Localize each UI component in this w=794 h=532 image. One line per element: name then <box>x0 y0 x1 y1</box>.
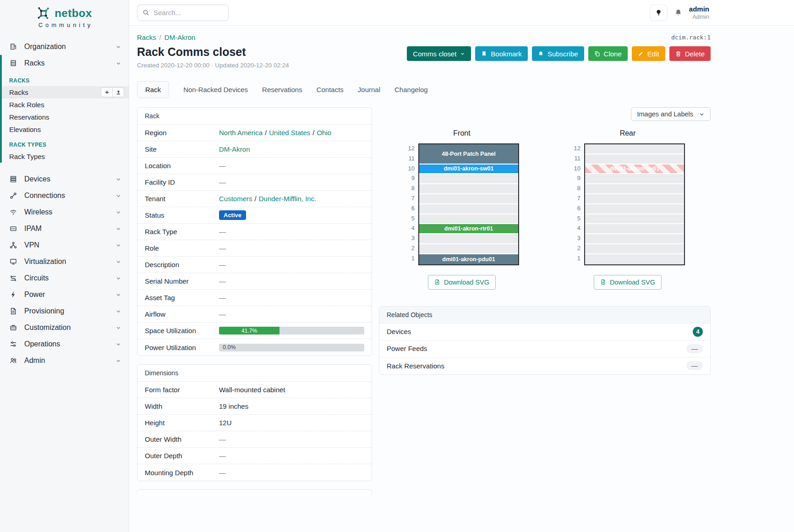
tab-non-racked-devices[interactable]: Non-Racked Devices <box>183 86 248 93</box>
sidebar-subitem-elevations[interactable]: Elevations <box>2 123 129 136</box>
theme-toggle-button[interactable] <box>650 5 668 21</box>
empty-slot-u1[interactable] <box>585 254 684 264</box>
add-button[interactable] <box>101 88 113 97</box>
related-row-rack-reservations[interactable]: Rack Reservations — <box>379 357 710 374</box>
empty-slot-u5[interactable] <box>419 214 518 225</box>
user-menu[interactable]: admin Admin <box>689 5 709 21</box>
breadcrumb-racks[interactable]: Racks <box>137 33 156 41</box>
sidebar-item-admin[interactable]: Admin <box>0 352 129 369</box>
region-link-united-states[interactable]: United States <box>269 129 310 137</box>
empty-slot-u6[interactable] <box>585 204 684 214</box>
row-value: — <box>219 178 364 186</box>
tenant-link[interactable]: Dunder-Mifflin, Inc. <box>259 195 317 203</box>
empty-slot-u11[interactable] <box>585 154 684 165</box>
row-value: — <box>219 162 364 170</box>
notifications-button[interactable] <box>674 9 682 16</box>
related-row-devices[interactable]: Devices 4 <box>379 324 710 340</box>
sidebar-item-customization[interactable]: Customization <box>0 319 129 336</box>
sidebar-item-racks[interactable]: Racks <box>2 55 129 71</box>
sidebar-subitem-rack-roles[interactable]: Rack Roles <box>2 99 129 111</box>
empty-slot-u9[interactable] <box>585 174 684 184</box>
view-selector-button[interactable]: Comms closet <box>407 46 471 61</box>
delete-label: Delete <box>685 50 705 58</box>
row-value: — <box>219 294 364 302</box>
sidebar-item-devices[interactable]: Devices <box>0 171 129 187</box>
tenant-group-link[interactable]: Customers <box>219 195 252 203</box>
row-location: Location — <box>137 158 372 174</box>
device-patch-panel[interactable]: 48-Port Patch Panel <box>419 144 518 165</box>
empty-slot-u7[interactable] <box>585 194 684 204</box>
rear-download-svg-button[interactable]: Download SVG <box>594 275 662 290</box>
sidebar-item-label: VPN <box>24 241 39 249</box>
sidebar-subitem-reservations[interactable]: Reservations <box>2 111 129 123</box>
empty-slot-u12[interactable] <box>585 144 684 154</box>
sidebar-item-connections[interactable]: Connections <box>0 187 129 204</box>
sidebar-item-vpn[interactable]: VPN <box>0 237 129 253</box>
circuits-icon <box>10 274 17 282</box>
lightbulb-icon <box>655 9 662 16</box>
empty-slot-u4[interactable] <box>585 224 684 234</box>
front-title: Front <box>453 129 470 137</box>
front-download-svg-button[interactable]: Download SVG <box>428 275 496 290</box>
row-rack-type: Rack Type — <box>137 224 372 240</box>
device-sw01-rear[interactable]: dmi01-akron-sw01 <box>585 165 684 175</box>
import-button[interactable] <box>112 88 124 97</box>
row-value: — <box>219 244 364 252</box>
rack-panel-title: Rack <box>137 108 372 125</box>
tab-journal[interactable]: Journal <box>358 86 380 93</box>
search-box <box>137 5 229 21</box>
sidebar-item-power[interactable]: Power <box>0 286 129 303</box>
empty-slot-u3[interactable] <box>585 234 684 244</box>
device-sw01[interactable]: dmi01-akron-sw01 <box>419 165 518 175</box>
action-buttons: Comms closet Bookmark Subscribe Clone <box>407 46 711 61</box>
netbox-logo[interactable]: netbox Community <box>0 0 129 32</box>
breadcrumb-dm-akron[interactable]: DM-Akron <box>164 33 196 41</box>
sidebar-subitem-rack-types[interactable]: Rack Types <box>2 150 129 163</box>
empty-slot-u2[interactable] <box>419 244 518 254</box>
elevation-view-select[interactable]: Images and Labels <box>631 107 711 121</box>
row-value: Wall-mounted cabinet <box>219 386 364 394</box>
edit-button[interactable]: Edit <box>632 46 665 61</box>
empty-slot-u8[interactable] <box>585 184 684 194</box>
search-input[interactable] <box>153 9 223 16</box>
sidebar-item-ipam[interactable]: IPAM <box>0 220 129 237</box>
row-value: 41.7% <box>219 327 364 335</box>
tab-changelog[interactable]: Changelog <box>394 86 428 93</box>
row-status: Status Active <box>137 207 372 224</box>
empty-slot-u9[interactable] <box>419 174 518 184</box>
delete-button[interactable]: Delete <box>669 46 711 61</box>
site-link[interactable]: DM-Akron <box>219 145 250 153</box>
device-rtr01[interactable]: dmi01-akron-rtr01 <box>419 224 518 234</box>
tab-rack[interactable]: Rack <box>137 81 169 98</box>
tab-reservations[interactable]: Reservations <box>262 86 302 93</box>
sidebar-item-circuits[interactable]: Circuits <box>0 270 129 286</box>
empty-slot-u5[interactable] <box>585 214 684 225</box>
related-row-power-feeds[interactable]: Power Feeds — <box>379 340 710 357</box>
row-label: Serial Number <box>145 277 219 285</box>
empty-slot-u8[interactable] <box>419 184 518 194</box>
sidebar-item-organization[interactable]: Organization <box>0 38 129 55</box>
sidebar-subitem-racks[interactable]: Racks <box>2 86 129 99</box>
related-objects-title: Related Objects <box>379 307 710 324</box>
region-link-north-america[interactable]: North America <box>219 129 263 137</box>
device-pdu01[interactable]: dmi01-akron-pdu01 <box>419 254 518 264</box>
empty-slot-u2[interactable] <box>585 244 684 254</box>
empty-slot-u7[interactable] <box>419 194 518 204</box>
row-height: Height 12U <box>137 415 372 431</box>
row-mounting-depth: Mounting Depth — <box>137 464 372 481</box>
region-link-ohio[interactable]: Ohio <box>317 129 331 137</box>
status-badge: Active <box>219 210 246 220</box>
brand-subtitle: Community <box>0 22 129 28</box>
sidebar-item-wireless[interactable]: Wireless <box>0 204 129 220</box>
bookmark-button[interactable]: Bookmark <box>475 46 528 61</box>
subscribe-button[interactable]: Subscribe <box>532 46 584 61</box>
tab-contacts[interactable]: Contacts <box>317 86 344 93</box>
sidebar-item-virtualization[interactable]: Virtualization <box>0 253 129 270</box>
row-label: Rack Type <box>145 228 219 236</box>
empty-slot-u3[interactable] <box>419 234 518 244</box>
sidebar-item-provisioning[interactable]: Provisioning <box>0 303 129 319</box>
empty-slot-u6[interactable] <box>419 204 518 214</box>
rear-title: Rear <box>620 129 636 137</box>
sidebar-item-operations[interactable]: Operations <box>0 336 129 352</box>
clone-button[interactable]: Clone <box>588 46 628 61</box>
